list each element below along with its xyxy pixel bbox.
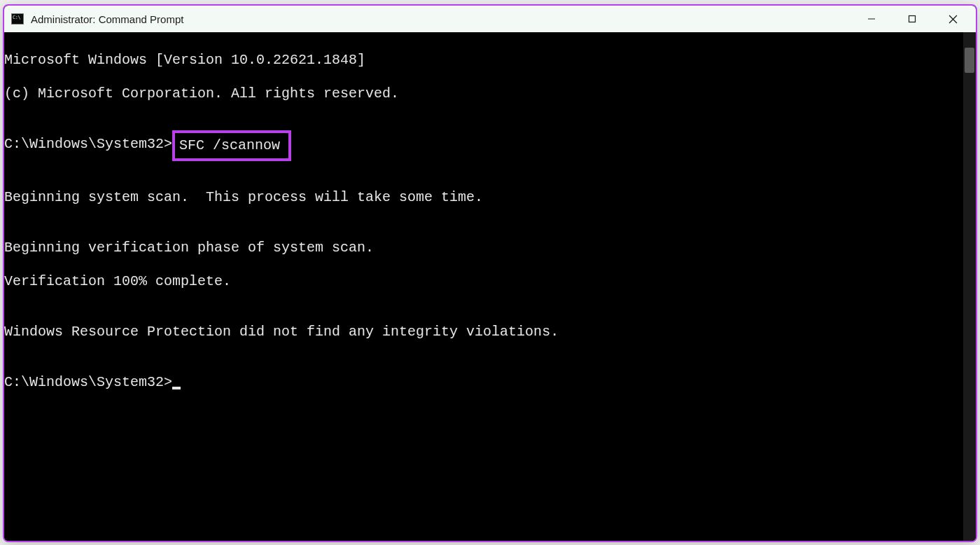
window-title: Administrator: Command Prompt bbox=[31, 13, 851, 25]
svg-rect-1 bbox=[909, 16, 916, 22]
cursor bbox=[172, 387, 181, 389]
terminal-output-line: Windows Resource Protection did not find… bbox=[4, 324, 963, 340]
scrollbar-thumb[interactable] bbox=[965, 48, 974, 73]
minimize-button[interactable] bbox=[851, 6, 892, 32]
maximize-icon bbox=[908, 15, 916, 23]
titlebar[interactable]: Administrator: Command Prompt bbox=[4, 6, 976, 32]
terminal-output-line: Beginning verification phase of system s… bbox=[4, 240, 963, 256]
terminal-content[interactable]: Microsoft Windows [Version 10.0.22621.18… bbox=[4, 32, 963, 541]
maximize-button[interactable] bbox=[892, 6, 932, 32]
cmd-icon bbox=[11, 13, 24, 25]
terminal-prompt-line: C:\Windows\System32> bbox=[4, 374, 963, 391]
terminal-area[interactable]: Microsoft Windows [Version 10.0.22621.18… bbox=[4, 32, 976, 541]
prompt-path: C:\Windows\System32> bbox=[4, 136, 172, 153]
terminal-output-line: (c) Microsoft Corporation. All rights re… bbox=[4, 85, 963, 102]
close-icon bbox=[948, 15, 958, 24]
window-controls bbox=[851, 6, 973, 32]
terminal-prompt-line: C:\Windows\System32>SFC /scannow bbox=[4, 136, 963, 156]
command-prompt-window: Administrator: Command Prompt Microsoft … bbox=[3, 4, 977, 542]
command-highlight: SFC /scannow bbox=[172, 130, 291, 161]
command-text: SFC /scannow bbox=[179, 137, 280, 153]
scrollbar[interactable] bbox=[963, 32, 976, 541]
prompt-path: C:\Windows\System32> bbox=[4, 374, 172, 390]
terminal-output-line: Beginning system scan. This process will… bbox=[4, 189, 963, 206]
terminal-output-line: Verification 100% complete. bbox=[4, 273, 963, 290]
terminal-output-line: Microsoft Windows [Version 10.0.22621.18… bbox=[4, 52, 963, 69]
close-button[interactable] bbox=[932, 6, 973, 32]
minimize-icon bbox=[867, 15, 876, 23]
